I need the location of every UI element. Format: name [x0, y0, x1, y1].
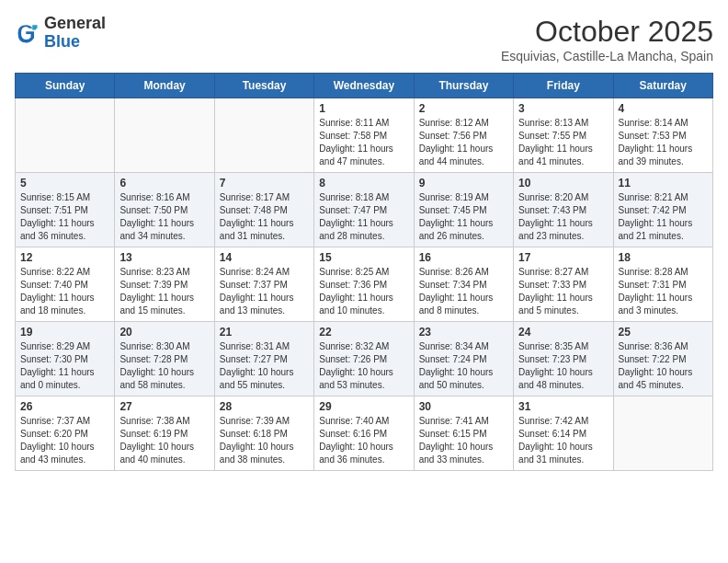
day-number: 31: [518, 400, 608, 413]
day-header-thursday: Thursday: [414, 74, 513, 98]
calendar-cell: [115, 98, 214, 173]
day-info: Sunrise: 8:22 AM Sunset: 7:40 PM Dayligh…: [20, 266, 109, 317]
day-number: 23: [419, 326, 508, 339]
day-number: 29: [319, 400, 408, 413]
day-number: 22: [319, 326, 408, 339]
calendar-cell: 17Sunrise: 8:27 AM Sunset: 7:33 PM Dayli…: [514, 247, 613, 322]
calendar-cell: 14Sunrise: 8:24 AM Sunset: 7:37 PM Dayli…: [214, 247, 313, 322]
week-row-3: 12Sunrise: 8:22 AM Sunset: 7:40 PM Dayli…: [16, 247, 713, 322]
day-number: 30: [419, 400, 508, 413]
title-block: October 2025 Esquivias, Castille-La Manc…: [501, 15, 713, 63]
calendar-cell: 25Sunrise: 8:36 AM Sunset: 7:22 PM Dayli…: [613, 322, 712, 396]
week-row-4: 19Sunrise: 8:29 AM Sunset: 7:30 PM Dayli…: [16, 322, 713, 396]
day-info: Sunrise: 8:36 AM Sunset: 7:22 PM Dayligh…: [619, 340, 708, 392]
calendar-cell: 28Sunrise: 7:39 AM Sunset: 6:18 PM Dayli…: [214, 396, 313, 471]
day-number: 5: [20, 177, 109, 190]
week-row-5: 26Sunrise: 7:37 AM Sunset: 6:20 PM Dayli…: [16, 396, 713, 471]
day-header-tuesday: Tuesday: [214, 74, 313, 98]
calendar-cell: 10Sunrise: 8:20 AM Sunset: 7:43 PM Dayli…: [514, 173, 613, 247]
calendar-cell: 21Sunrise: 8:31 AM Sunset: 7:27 PM Dayli…: [214, 322, 313, 396]
logo-text: General Blue: [44, 15, 106, 52]
day-info: Sunrise: 8:26 AM Sunset: 7:34 PM Dayligh…: [419, 266, 508, 317]
day-info: Sunrise: 8:35 AM Sunset: 7:23 PM Dayligh…: [518, 340, 608, 392]
calendar-cell: 23Sunrise: 8:34 AM Sunset: 7:24 PM Dayli…: [414, 322, 513, 396]
day-info: Sunrise: 8:12 AM Sunset: 7:56 PM Dayligh…: [419, 117, 508, 168]
calendar-cell: 18Sunrise: 8:28 AM Sunset: 7:31 PM Dayli…: [613, 247, 712, 322]
calendar-body: 1Sunrise: 8:11 AM Sunset: 7:58 PM Daylig…: [16, 98, 713, 471]
calendar-cell: 1Sunrise: 8:11 AM Sunset: 7:58 PM Daylig…: [314, 98, 414, 173]
day-number: 24: [518, 326, 608, 339]
day-info: Sunrise: 8:28 AM Sunset: 7:31 PM Dayligh…: [619, 266, 708, 317]
day-number: 2: [419, 102, 508, 115]
calendar-cell: 8Sunrise: 8:18 AM Sunset: 7:47 PM Daylig…: [314, 173, 414, 247]
calendar-cell: 3Sunrise: 8:13 AM Sunset: 7:55 PM Daylig…: [514, 98, 613, 173]
day-number: 20: [119, 326, 209, 339]
day-header-saturday: Saturday: [613, 74, 712, 98]
day-number: 11: [619, 177, 708, 190]
day-number: 28: [220, 400, 309, 413]
day-number: 12: [20, 251, 109, 264]
day-number: 19: [20, 326, 109, 339]
day-number: 4: [619, 102, 708, 115]
day-header-friday: Friday: [514, 74, 613, 98]
calendar-cell: 2Sunrise: 8:12 AM Sunset: 7:56 PM Daylig…: [414, 98, 513, 173]
location-subtitle: Esquivias, Castille-La Mancha, Spain: [501, 49, 713, 63]
day-number: 6: [119, 177, 209, 190]
page-header: General Blue October 2025 Esquivias, Cas…: [15, 15, 713, 63]
day-info: Sunrise: 8:29 AM Sunset: 7:30 PM Dayligh…: [20, 340, 109, 392]
day-number: 7: [220, 177, 309, 190]
calendar-cell: 31Sunrise: 7:42 AM Sunset: 6:14 PM Dayli…: [514, 396, 613, 471]
day-info: Sunrise: 8:24 AM Sunset: 7:37 PM Dayligh…: [220, 266, 309, 317]
day-header-wednesday: Wednesday: [314, 74, 414, 98]
month-title: October 2025: [501, 15, 713, 49]
day-info: Sunrise: 8:31 AM Sunset: 7:27 PM Dayligh…: [220, 340, 309, 392]
calendar-cell: 27Sunrise: 7:38 AM Sunset: 6:19 PM Dayli…: [115, 396, 214, 471]
week-row-1: 1Sunrise: 8:11 AM Sunset: 7:58 PM Daylig…: [16, 98, 713, 173]
day-number: 18: [619, 251, 708, 264]
calendar-cell: 15Sunrise: 8:25 AM Sunset: 7:36 PM Dayli…: [314, 247, 414, 322]
day-info: Sunrise: 8:11 AM Sunset: 7:58 PM Dayligh…: [319, 117, 408, 168]
day-info: Sunrise: 8:27 AM Sunset: 7:33 PM Dayligh…: [518, 266, 608, 317]
week-row-2: 5Sunrise: 8:15 AM Sunset: 7:51 PM Daylig…: [16, 173, 713, 247]
calendar-cell: 5Sunrise: 8:15 AM Sunset: 7:51 PM Daylig…: [16, 173, 115, 247]
day-number: 8: [319, 177, 408, 190]
day-number: 15: [319, 251, 408, 264]
day-header-monday: Monday: [115, 74, 214, 98]
day-info: Sunrise: 8:25 AM Sunset: 7:36 PM Dayligh…: [319, 266, 408, 317]
calendar-cell: 7Sunrise: 8:17 AM Sunset: 7:48 PM Daylig…: [214, 173, 313, 247]
calendar-header-row: SundayMondayTuesdayWednesdayThursdayFrid…: [16, 74, 713, 98]
day-info: Sunrise: 7:41 AM Sunset: 6:15 PM Dayligh…: [419, 415, 508, 466]
day-info: Sunrise: 8:21 AM Sunset: 7:42 PM Dayligh…: [619, 191, 708, 243]
calendar-cell: [16, 98, 115, 173]
day-info: Sunrise: 8:13 AM Sunset: 7:55 PM Dayligh…: [518, 117, 608, 168]
calendar-table: SundayMondayTuesdayWednesdayThursdayFrid…: [15, 73, 713, 471]
day-number: 27: [119, 400, 209, 413]
day-number: 3: [518, 102, 608, 115]
calendar-cell: 30Sunrise: 7:41 AM Sunset: 6:15 PM Dayli…: [414, 396, 513, 471]
day-number: 13: [119, 251, 209, 264]
day-info: Sunrise: 7:39 AM Sunset: 6:18 PM Dayligh…: [220, 415, 309, 466]
calendar-cell: 9Sunrise: 8:19 AM Sunset: 7:45 PM Daylig…: [414, 173, 513, 247]
day-info: Sunrise: 8:23 AM Sunset: 7:39 PM Dayligh…: [119, 266, 209, 317]
day-info: Sunrise: 8:19 AM Sunset: 7:45 PM Dayligh…: [419, 191, 508, 243]
day-info: Sunrise: 8:34 AM Sunset: 7:24 PM Dayligh…: [419, 340, 508, 392]
calendar-cell: 4Sunrise: 8:14 AM Sunset: 7:53 PM Daylig…: [613, 98, 712, 173]
calendar-cell: 22Sunrise: 8:32 AM Sunset: 7:26 PM Dayli…: [314, 322, 414, 396]
day-number: 17: [518, 251, 608, 264]
day-number: 10: [518, 177, 608, 190]
day-number: 21: [220, 326, 309, 339]
calendar-cell: 24Sunrise: 8:35 AM Sunset: 7:23 PM Dayli…: [514, 322, 613, 396]
day-info: Sunrise: 7:38 AM Sunset: 6:19 PM Dayligh…: [119, 415, 209, 466]
day-info: Sunrise: 8:14 AM Sunset: 7:53 PM Dayligh…: [619, 117, 708, 168]
day-number: 26: [20, 400, 109, 413]
day-number: 25: [619, 326, 708, 339]
day-info: Sunrise: 8:17 AM Sunset: 7:48 PM Dayligh…: [220, 191, 309, 243]
day-number: 16: [419, 251, 508, 264]
calendar-cell: 19Sunrise: 8:29 AM Sunset: 7:30 PM Dayli…: [16, 322, 115, 396]
calendar-cell: 26Sunrise: 7:37 AM Sunset: 6:20 PM Dayli…: [16, 396, 115, 471]
day-info: Sunrise: 7:42 AM Sunset: 6:14 PM Dayligh…: [518, 415, 608, 466]
day-header-sunday: Sunday: [16, 74, 115, 98]
day-info: Sunrise: 8:32 AM Sunset: 7:26 PM Dayligh…: [319, 340, 408, 392]
logo-icon: [15, 20, 40, 46]
day-info: Sunrise: 8:18 AM Sunset: 7:47 PM Dayligh…: [319, 191, 408, 243]
